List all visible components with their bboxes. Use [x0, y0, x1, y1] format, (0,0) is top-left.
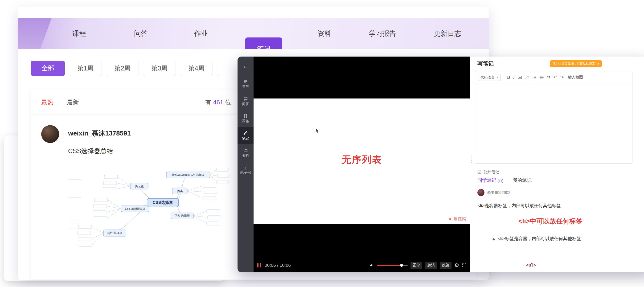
- sidebar-item-bookmarks[interactable]: 课签: [238, 110, 254, 127]
- insert-image-button[interactable]: [518, 75, 522, 80]
- back-arrow-icon[interactable]: ←: [242, 63, 249, 70]
- ordered-list-button[interactable]: 123: [532, 75, 536, 80]
- public-note-label: 公开笔记: [483, 169, 499, 174]
- filter-week4[interactable]: 第4周: [180, 61, 213, 76]
- slide-title: 无序列表: [254, 153, 470, 166]
- sort-hottest[interactable]: 最热: [41, 98, 54, 106]
- tab-my-notes[interactable]: 我的笔记: [513, 177, 532, 186]
- tab-classmates-notes[interactable]: 同学笔记(41): [478, 177, 503, 186]
- imooc-logo-icon: [448, 217, 452, 221]
- settings-gear-icon[interactable]: ⚙: [454, 263, 459, 268]
- code-language-label: 代码语言: [480, 75, 494, 80]
- tab-report[interactable]: 学习报告: [369, 18, 396, 49]
- tab-notes[interactable]: 笔记: [245, 38, 282, 49]
- volume-icon[interactable]: [370, 263, 374, 268]
- note-slide-heading: <li>中可以放任何标签: [518, 217, 582, 226]
- insert-screenshot-button[interactable]: 插入截图: [568, 75, 583, 80]
- line-select-button[interactable]: 线路: [440, 262, 452, 269]
- volume-knob[interactable]: [400, 264, 403, 267]
- video-slide: 无序列表 慕课网: [254, 98, 470, 224]
- checkbox-icon: [478, 170, 482, 174]
- filter-week2[interactable]: 第2周: [106, 61, 139, 76]
- count-prefix: 有: [205, 99, 213, 106]
- undo-button[interactable]: ↶: [553, 75, 557, 80]
- sidebar-item-ebook[interactable]: e 电子书: [238, 161, 254, 178]
- mindmap-branch-pseudo-el: 伪元素: [134, 184, 144, 188]
- tip-text: 可用快捷键截图，直接粘贴搞定: [552, 62, 595, 66]
- fullscreen-icon[interactable]: [462, 263, 466, 268]
- ordered-list-icon: 123: [532, 75, 536, 80]
- bullet-list-button[interactable]: [540, 75, 544, 80]
- video-controls-bar: 00:06 / 10:06 正常 超清 线路 ⚙: [254, 258, 470, 272]
- time-display: 00:06 / 10:06: [264, 263, 291, 268]
- note-slide-code: <ul> <li>面包</li> <li> 牛奶: [526, 252, 564, 272]
- sidebar-item-label: 章节: [242, 85, 249, 88]
- qa-icon: [243, 96, 248, 101]
- mindmap-branch-pseudo: 伪类: [176, 189, 183, 193]
- notes-count-text: 有 461 位: [205, 98, 231, 106]
- insert-link-button[interactable]: [525, 75, 529, 80]
- diamond-bullet-icon: ◆: [492, 237, 495, 241]
- pause-button[interactable]: [257, 263, 261, 268]
- filter-week1[interactable]: 第1周: [69, 61, 102, 76]
- filter-all[interactable]: 全部: [31, 61, 65, 76]
- notes-panel: 写笔记 可用快捷键截图，直接粘贴搞定 × 代码语言 ▾ B I: [470, 56, 644, 272]
- nav-decorative-slant: [18, 18, 52, 49]
- image-icon: [518, 75, 522, 80]
- note-editor-textarea[interactable]: [475, 84, 632, 164]
- avatar[interactable]: [41, 125, 59, 143]
- course-nav-band: 课程 问答 作业 笔记 资料 学习报告 更新日志: [18, 18, 489, 49]
- note-title[interactable]: CSS选择器总结: [68, 147, 113, 155]
- tab-homework[interactable]: 作业: [194, 18, 208, 49]
- mindmap-branch-tags: 标签&id&class,属性选择器: [172, 173, 204, 176]
- mindmap-branch-css3: CSS3新增选择: [125, 207, 145, 211]
- tab-materials[interactable]: 资料: [318, 18, 331, 49]
- sidebar-item-notes[interactable]: 笔记: [238, 127, 254, 144]
- tab-qa[interactable]: 问答: [134, 18, 148, 49]
- ebook-icon: e: [243, 165, 248, 170]
- sidebar-item-label: 笔记: [242, 136, 249, 140]
- volume-slider[interactable]: [377, 265, 408, 266]
- filter-week3[interactable]: 第3周: [143, 61, 176, 76]
- blockquote-button[interactable]: ”: [547, 77, 550, 80]
- count-number: 461: [213, 99, 223, 106]
- code-language-select[interactable]: 代码语言 ▾: [478, 74, 501, 81]
- bold-button[interactable]: B: [507, 75, 510, 80]
- watermark-text: 慕课网: [453, 216, 466, 222]
- note-entry-author: 慕要6062902: [487, 190, 510, 195]
- video-area: 无序列表 慕课网 00:06 / 10:06 正常 超清 线路 ⚙: [254, 56, 470, 272]
- tab-label: 同学笔记: [478, 178, 496, 183]
- note-author-name[interactable]: weixin_慕沐1378591: [68, 129, 131, 138]
- sidebar-item-label: 电子书: [240, 171, 251, 174]
- italic-button[interactable]: I: [513, 75, 515, 80]
- public-note-checkbox[interactable]: 公开笔记: [478, 169, 499, 174]
- divider: [504, 75, 504, 80]
- quality-hd-button[interactable]: 超清: [425, 262, 437, 269]
- tip-close-icon[interactable]: ×: [597, 62, 600, 66]
- tab-course[interactable]: 课程: [72, 18, 86, 49]
- tab-count: (41): [498, 179, 503, 182]
- note-editor: 代码语言 ▾ B I 123 ” ↶: [475, 71, 632, 164]
- notes-tabs: 同学笔记(41) 我的笔记: [478, 177, 532, 186]
- bookmark-icon: [243, 114, 248, 118]
- link-icon: [525, 75, 529, 80]
- chapters-icon: [243, 79, 248, 84]
- mouse-cursor-icon: [316, 129, 319, 133]
- screenshot-tip-badge: 可用快捷键截图，直接粘贴搞定 ×: [550, 60, 602, 67]
- redo-button[interactable]: ↷: [560, 75, 564, 80]
- panel-resize-handle[interactable]: [471, 156, 472, 163]
- folder-icon: [243, 148, 248, 153]
- sidebar-item-label: 课签: [242, 119, 249, 123]
- sidebar-item-chapters[interactable]: 章节: [238, 75, 254, 92]
- sidebar-item-materials[interactable]: 资料: [238, 144, 254, 161]
- note-entry-header: 慕要6062902: [478, 189, 510, 196]
- speed-normal-button[interactable]: 正常: [410, 262, 422, 269]
- site-watermark: 慕课网: [448, 216, 466, 222]
- sort-newest[interactable]: 最新: [67, 98, 79, 106]
- note-slide-bullet: ◆<li>标签是容器，内部可以放任何其他标签: [492, 236, 581, 242]
- css-selector-mindmap-image: 标签&id&class,属性选择器 伪元素 伪类 CSS3新增选择 伪类选择器 …: [66, 160, 231, 254]
- tab-changelog[interactable]: 更新日志: [434, 18, 461, 49]
- volume-fill: [377, 265, 402, 266]
- sidebar-item-label: 问答: [242, 102, 249, 106]
- sidebar-item-qa[interactable]: 问答: [238, 92, 254, 110]
